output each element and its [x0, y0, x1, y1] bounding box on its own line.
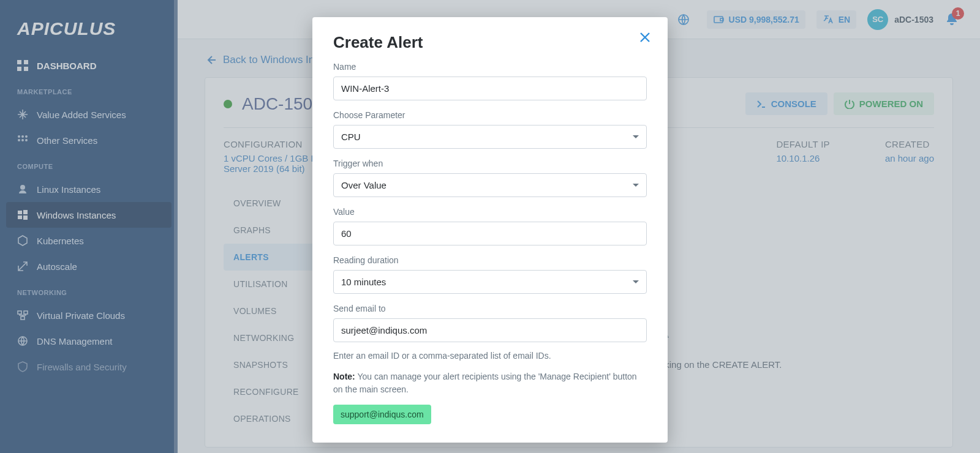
modal-title: Create Alert — [333, 33, 647, 52]
create-alert-modal: Create Alert Name Choose Parameter CPU T… — [312, 17, 668, 443]
chevron-down-icon — [633, 184, 639, 187]
duration-label: Reading duration — [333, 255, 647, 265]
duration-select[interactable]: 10 minutes — [333, 270, 647, 294]
note-body: You can manage your alert recipients usi… — [333, 372, 637, 394]
trigger-label: Trigger when — [333, 159, 647, 168]
duration-value: 10 minutes — [341, 277, 386, 287]
name-label: Name — [333, 62, 647, 72]
parameter-value: CPU — [341, 132, 361, 142]
value-input[interactable] — [333, 222, 647, 245]
close-icon — [638, 31, 652, 44]
parameter-label: Choose Parameter — [333, 110, 647, 120]
parameter-select[interactable]: CPU — [333, 125, 647, 149]
email-helper-text: Enter an email ID or a comma-separated l… — [333, 351, 647, 361]
close-button[interactable] — [638, 31, 652, 44]
trigger-value: Over Value — [341, 180, 386, 190]
email-input[interactable] — [333, 318, 647, 342]
chevron-down-icon — [633, 280, 639, 283]
recipient-chip[interactable]: support@indiqus.com — [333, 405, 431, 424]
email-label: Send email to — [333, 304, 647, 313]
note-text: Note: You can manage your alert recipien… — [333, 370, 647, 396]
chevron-down-icon — [633, 135, 639, 138]
value-label: Value — [333, 207, 647, 217]
note-prefix: Note: — [333, 372, 355, 381]
name-input[interactable] — [333, 77, 647, 100]
trigger-select[interactable]: Over Value — [333, 173, 647, 197]
